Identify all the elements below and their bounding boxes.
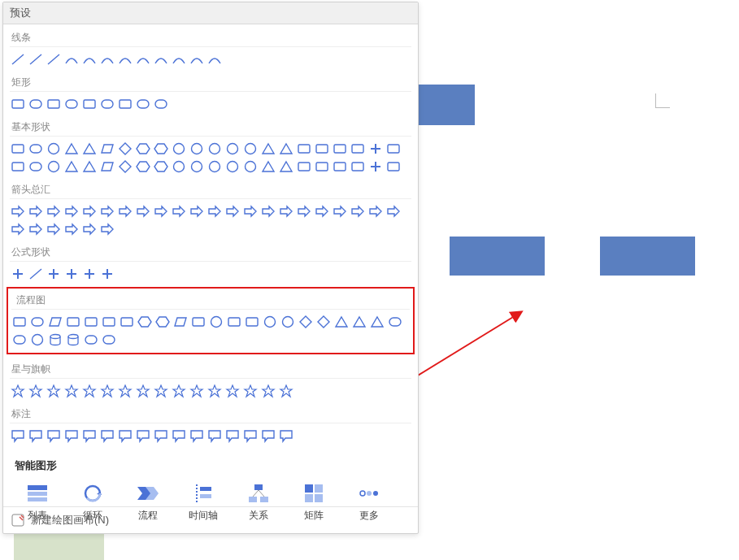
shape-stars-2[interactable] [46,383,62,399]
canvas-rectangle-right[interactable] [600,237,695,276]
shape-arrows-13[interactable] [242,203,259,219]
shape-flow-23[interactable] [29,332,46,348]
shape-arrows-8[interactable] [153,203,169,219]
shape-stars-15[interactable] [278,383,294,399]
shape-arrows-23[interactable] [28,221,44,237]
shape-arrows-2[interactable] [46,203,62,219]
canvas-rectangle-left[interactable] [450,237,545,276]
shape-basic-3[interactable] [63,141,80,157]
shape-callouts-14[interactable] [260,428,276,444]
shape-basic-31[interactable] [171,158,187,175]
shape-basic-41[interactable] [350,158,366,175]
shape-stars-7[interactable] [135,383,151,399]
shape-stars-11[interactable] [206,383,223,399]
shape-basic-8[interactable] [153,141,169,157]
shape-basic-21[interactable] [385,141,402,157]
shape-basic-5[interactable] [99,141,115,157]
shape-basic-18[interactable] [332,141,348,157]
shape-basic-23[interactable] [28,158,44,175]
shape-flow-24[interactable] [47,332,63,348]
shape-basic-0[interactable] [10,141,26,157]
shape-rects-4[interactable] [81,96,98,112]
shape-callouts-5[interactable] [99,428,115,444]
shape-flow-5[interactable] [101,314,117,330]
shape-flow-16[interactable] [298,314,314,330]
shape-basic-11[interactable] [206,141,223,157]
shape-flow-3[interactable] [65,314,81,330]
shape-basic-42[interactable] [367,158,384,175]
shape-stars-8[interactable] [153,383,169,399]
shape-basic-30[interactable] [153,158,169,175]
shape-flow-10[interactable] [190,314,206,330]
shape-arrows-3[interactable] [63,203,80,219]
shape-flow-8[interactable] [154,314,171,330]
shape-lines-8[interactable] [153,51,169,67]
shape-rects-8[interactable] [153,96,169,112]
shape-arrows-15[interactable] [278,203,294,219]
shape-stars-5[interactable] [99,383,115,399]
shape-lines-6[interactable] [117,51,133,67]
shape-flow-25[interactable] [65,332,81,348]
shape-stars-14[interactable] [260,383,276,399]
shape-flow-7[interactable] [137,314,153,330]
shape-basic-15[interactable] [278,141,294,157]
shape-lines-3[interactable] [63,51,80,67]
shape-arrows-17[interactable] [314,203,330,219]
shape-callouts-15[interactable] [278,428,294,444]
shape-arrows-7[interactable] [135,203,151,219]
shape-arrows-12[interactable] [224,203,241,219]
shape-flow-26[interactable] [83,332,99,348]
shape-basic-13[interactable] [242,141,259,157]
shape-flow-13[interactable] [244,314,260,330]
shape-arrows-0[interactable] [10,203,26,219]
shape-callouts-3[interactable] [63,428,80,444]
shape-basic-26[interactable] [81,158,98,175]
shape-callouts-2[interactable] [46,428,62,444]
shape-stars-0[interactable] [10,383,26,399]
shape-callouts-0[interactable] [10,428,26,444]
shape-flow-19[interactable] [351,314,367,330]
shape-lines-2[interactable] [46,51,62,67]
shape-basic-4[interactable] [81,141,98,157]
shape-lines-1[interactable] [28,51,44,67]
shape-basic-25[interactable] [63,158,80,175]
shape-basic-33[interactable] [206,158,223,175]
shape-rects-3[interactable] [63,96,80,112]
shape-basic-22[interactable] [10,158,26,175]
shape-basic-32[interactable] [189,158,205,175]
shape-flow-18[interactable] [333,314,350,330]
shape-arrows-25[interactable] [63,221,80,237]
shape-arrows-16[interactable] [296,203,312,219]
shape-basic-1[interactable] [28,141,44,157]
shape-callouts-12[interactable] [224,428,241,444]
shape-equation-1[interactable] [28,266,44,282]
shape-basic-43[interactable] [385,158,402,175]
shape-callouts-7[interactable] [135,428,151,444]
shape-flow-9[interactable] [172,314,189,330]
shape-equation-4[interactable] [81,266,98,282]
shape-basic-38[interactable] [296,158,312,175]
shape-equation-5[interactable] [99,266,115,282]
shape-equation-0[interactable] [10,266,26,282]
shape-basic-28[interactable] [117,158,133,175]
shape-stars-1[interactable] [28,383,44,399]
shape-stars-13[interactable] [242,383,259,399]
shape-arrows-18[interactable] [332,203,348,219]
shape-callouts-8[interactable] [153,428,169,444]
shape-flow-27[interactable] [101,332,117,348]
shape-flow-11[interactable] [208,314,224,330]
shape-equation-2[interactable] [46,266,62,282]
shape-flow-21[interactable] [387,314,403,330]
shape-rects-2[interactable] [46,96,62,112]
shape-stars-9[interactable] [171,383,187,399]
shape-lines-0[interactable] [10,51,26,67]
shape-callouts-1[interactable] [28,428,44,444]
shape-arrows-14[interactable] [260,203,276,219]
shape-rects-5[interactable] [99,96,115,112]
shape-lines-11[interactable] [206,51,223,67]
shape-arrows-1[interactable] [28,203,44,219]
shape-flow-15[interactable] [280,314,296,330]
shape-flow-20[interactable] [369,314,385,330]
shape-stars-4[interactable] [81,383,98,399]
shape-arrows-19[interactable] [350,203,366,219]
